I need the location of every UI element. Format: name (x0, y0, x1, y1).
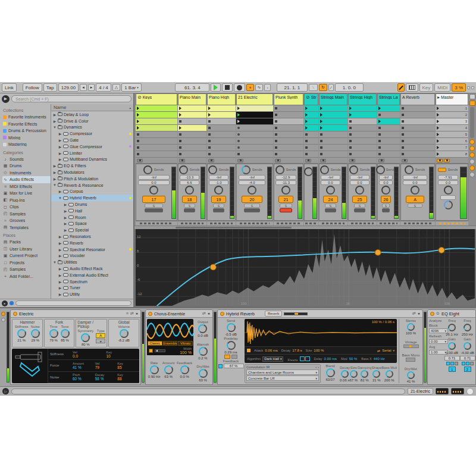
clip-slot[interactable] (304, 131, 318, 138)
force-vel[interactable]: Vel79 (95, 362, 115, 369)
send-a-knob[interactable] (242, 165, 250, 174)
clip-slot[interactable] (236, 131, 273, 138)
clip-slot[interactable] (274, 138, 303, 145)
track-activator[interactable]: 24 (323, 196, 338, 203)
ir-button[interactable] (224, 355, 230, 359)
clip-stop-icon[interactable] (275, 120, 277, 123)
clip-slot[interactable] (348, 131, 377, 138)
clip-stop-icon[interactable] (275, 140, 277, 142)
mixer-option-3[interactable] (469, 159, 475, 164)
stop-clips-button[interactable] (402, 159, 408, 162)
type-selector-alt[interactable]: ▾ (96, 339, 105, 343)
pan-knob[interactable] (326, 186, 335, 195)
scene-7[interactable]: 7 (436, 145, 468, 151)
ir-file-dropdown[interactable]: Concrete Bar LR▾ (246, 375, 319, 381)
scene-4[interactable]: 4 (436, 125, 468, 131)
fold-icon[interactable]: ▶ (58, 151, 62, 155)
link-button[interactable]: Link (2, 83, 17, 92)
force-key[interactable]: Key85 (117, 362, 137, 369)
amount-knob[interactable] (164, 365, 173, 374)
browser-row-compressor[interactable]: ▶Compressor (51, 130, 133, 137)
stop-clips-button[interactable] (179, 159, 185, 162)
clip-stop-icon[interactable] (349, 120, 352, 123)
browser-row-room[interactable]: ▶Room (51, 214, 133, 221)
clip-slot[interactable] (400, 138, 435, 145)
noise-pitch[interactable]: Pitch60 % (73, 373, 93, 381)
chorus-tab-classic[interactable]: Classic (148, 341, 162, 346)
send-a-knob[interactable] (208, 165, 217, 174)
solo-button[interactable]: S (184, 203, 195, 208)
volume-value[interactable]: 0.0 (379, 180, 393, 185)
ir-category-dropdown[interactable]: Chambers and Large Rooms▾ (246, 369, 319, 375)
browser-row-gate[interactable]: ▶Gate (51, 137, 133, 143)
crossfade-assign-row[interactable] (136, 221, 177, 226)
clip-stop-icon[interactable] (305, 140, 308, 142)
post-toggle[interactable] (438, 168, 446, 172)
fold-icon[interactable]: ▶ (58, 273, 62, 277)
pan-knob[interactable] (281, 186, 290, 195)
scene-launch-icon[interactable] (437, 120, 439, 123)
q-field[interactable]: 0.71 (444, 356, 460, 361)
clip-slot[interactable] (236, 112, 273, 118)
unfold-icon[interactable]: ▼ (53, 183, 57, 187)
rate-knob[interactable] (150, 365, 159, 374)
clip-stop-icon[interactable] (349, 127, 352, 129)
clip-slot[interactable] (400, 125, 435, 131)
filter-type-icon[interactable] (455, 362, 458, 365)
browser-row-reverb[interactable]: ▶Reverb (51, 240, 133, 246)
solo-button[interactable]: S (408, 203, 422, 208)
feedback-toggle[interactable] (218, 364, 223, 368)
sidebar-item-drums-percussion[interactable]: Drums & Percussion (2, 127, 51, 134)
clip-stop-icon[interactable] (305, 146, 308, 149)
electric-header[interactable]: Electric ≡ ⇄ ● (11, 310, 140, 318)
fold-icon[interactable]: ▶ (53, 112, 57, 117)
hybrid-tab-reverb[interactable]: Reverb (265, 311, 282, 317)
solo-button[interactable]: S (145, 203, 163, 208)
stop-clips-button[interactable] (275, 159, 281, 162)
shape-knob[interactable] (372, 370, 380, 378)
clip-stop-icon[interactable] (320, 133, 322, 136)
clip-slot[interactable] (348, 105, 377, 112)
scene-8[interactable]: 8 (436, 151, 468, 158)
hybrid-ir-display[interactable]: 100 % / 0.06 s (245, 319, 397, 346)
pan-knob[interactable] (149, 186, 158, 195)
scene-5[interactable]: 5 (436, 131, 468, 138)
output-knob[interactable] (198, 324, 207, 333)
scene-launch-icon[interactable] (437, 146, 439, 149)
mixer-option-2[interactable] (469, 152, 475, 158)
sidebar-item-samples[interactable]: ◰Samples (2, 211, 51, 218)
send-a-knob[interactable] (320, 165, 329, 174)
sidebar-item-drums[interactable]: ▦Drums (2, 162, 51, 170)
clip-stop-icon[interactable] (275, 107, 277, 109)
cue-volume-box[interactable] (440, 195, 456, 200)
damping-knob[interactable] (361, 370, 368, 378)
clip-stop-icon[interactable] (275, 114, 277, 116)
track-activator[interactable]: 25 (352, 196, 367, 203)
arm-button[interactable] (280, 208, 292, 212)
browser-row-multiband-dynamics[interactable]: ▶Multiband Dynamics (51, 156, 133, 163)
strip-attack[interactable]: Attack0.06 ms (254, 349, 278, 352)
capture-midi-button[interactable]: ∿ (255, 84, 264, 91)
selected-track-chip[interactable]: 21-Electric (408, 388, 433, 394)
clip-slot[interactable] (348, 125, 377, 131)
hotswap-icon[interactable]: ⇄ (202, 311, 206, 316)
browser-row-glue-compressor[interactable]: ▶Glue Compressor (51, 143, 133, 150)
stop-clips-button[interactable] (349, 159, 355, 162)
browser-row-spectral-resonator[interactable]: ▶Spectral Resonator (51, 246, 133, 253)
browser-row-spectrum[interactable]: ▶Spectrum (51, 278, 133, 285)
clip-slot[interactable] (377, 145, 400, 151)
clip-slot[interactable] (178, 112, 206, 118)
clip-play-icon[interactable] (137, 113, 139, 117)
algo-button[interactable] (231, 355, 237, 359)
clip-slot[interactable] (274, 112, 303, 118)
group-fold-icon[interactable]: ⊘ (306, 95, 310, 99)
loop-length-field[interactable]: 1. 0. 0 (335, 83, 364, 92)
fold-icon[interactable]: ▶ (58, 280, 62, 284)
pan-knob[interactable] (248, 186, 256, 195)
algorithm-dropdown[interactable]: Dark Hall▾ (262, 356, 283, 362)
nudge-down-button[interactable]: ◂ (80, 84, 87, 91)
symmetry-knob[interactable] (81, 333, 90, 342)
pan-knob[interactable] (355, 186, 364, 195)
clip-stop-icon[interactable] (402, 114, 404, 116)
punch-in-button[interactable]: ﹨ (309, 84, 318, 91)
